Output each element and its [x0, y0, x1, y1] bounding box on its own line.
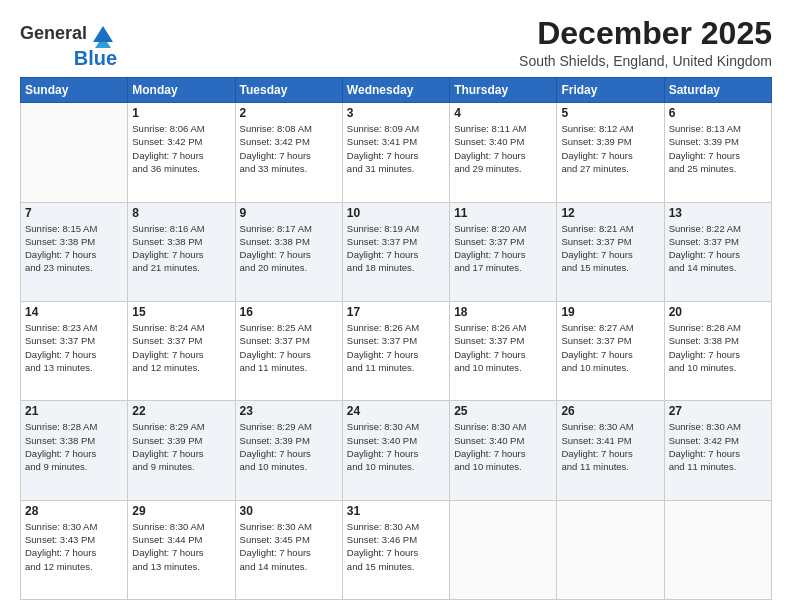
day-info: Sunrise: 8:13 AM Sunset: 3:39 PM Dayligh… — [669, 122, 767, 175]
calendar-day-cell: 6Sunrise: 8:13 AM Sunset: 3:39 PM Daylig… — [664, 103, 771, 202]
day-info: Sunrise: 8:30 AM Sunset: 3:41 PM Dayligh… — [561, 420, 659, 473]
day-info: Sunrise: 8:30 AM Sunset: 3:45 PM Dayligh… — [240, 520, 338, 573]
logo-general: General — [20, 24, 87, 44]
day-number: 7 — [25, 206, 123, 220]
calendar-day-cell: 2Sunrise: 8:08 AM Sunset: 3:42 PM Daylig… — [235, 103, 342, 202]
calendar-day-cell: 18Sunrise: 8:26 AM Sunset: 3:37 PM Dayli… — [450, 301, 557, 400]
day-info: Sunrise: 8:30 AM Sunset: 3:46 PM Dayligh… — [347, 520, 445, 573]
day-info: Sunrise: 8:28 AM Sunset: 3:38 PM Dayligh… — [669, 321, 767, 374]
calendar-day-cell: 12Sunrise: 8:21 AM Sunset: 3:37 PM Dayli… — [557, 202, 664, 301]
day-number: 6 — [669, 106, 767, 120]
calendar-day-cell: 9Sunrise: 8:17 AM Sunset: 3:38 PM Daylig… — [235, 202, 342, 301]
calendar-day-cell: 13Sunrise: 8:22 AM Sunset: 3:37 PM Dayli… — [664, 202, 771, 301]
calendar-week-row: 21Sunrise: 8:28 AM Sunset: 3:38 PM Dayli… — [21, 401, 772, 500]
calendar-day-cell: 21Sunrise: 8:28 AM Sunset: 3:38 PM Dayli… — [21, 401, 128, 500]
calendar-day-cell: 1Sunrise: 8:06 AM Sunset: 3:42 PM Daylig… — [128, 103, 235, 202]
day-info: Sunrise: 8:22 AM Sunset: 3:37 PM Dayligh… — [669, 222, 767, 275]
calendar-week-row: 28Sunrise: 8:30 AM Sunset: 3:43 PM Dayli… — [21, 500, 772, 599]
title-block: December 2025 South Shields, England, Un… — [519, 16, 772, 69]
calendar-header-row: SundayMondayTuesdayWednesdayThursdayFrid… — [21, 78, 772, 103]
day-number: 1 — [132, 106, 230, 120]
day-info: Sunrise: 8:30 AM Sunset: 3:43 PM Dayligh… — [25, 520, 123, 573]
calendar-day-cell: 7Sunrise: 8:15 AM Sunset: 3:38 PM Daylig… — [21, 202, 128, 301]
day-number: 9 — [240, 206, 338, 220]
calendar-day-cell — [664, 500, 771, 599]
weekday-header-wednesday: Wednesday — [342, 78, 449, 103]
calendar-day-cell: 24Sunrise: 8:30 AM Sunset: 3:40 PM Dayli… — [342, 401, 449, 500]
day-info: Sunrise: 8:15 AM Sunset: 3:38 PM Dayligh… — [25, 222, 123, 275]
month-title: December 2025 — [519, 16, 772, 51]
day-number: 10 — [347, 206, 445, 220]
calendar-day-cell — [557, 500, 664, 599]
calendar-day-cell: 28Sunrise: 8:30 AM Sunset: 3:43 PM Dayli… — [21, 500, 128, 599]
calendar-day-cell: 11Sunrise: 8:20 AM Sunset: 3:37 PM Dayli… — [450, 202, 557, 301]
calendar-day-cell — [450, 500, 557, 599]
day-number: 3 — [347, 106, 445, 120]
calendar-week-row: 7Sunrise: 8:15 AM Sunset: 3:38 PM Daylig… — [21, 202, 772, 301]
day-number: 27 — [669, 404, 767, 418]
weekday-header-tuesday: Tuesday — [235, 78, 342, 103]
calendar-day-cell: 27Sunrise: 8:30 AM Sunset: 3:42 PM Dayli… — [664, 401, 771, 500]
logo: General Blue — [20, 20, 117, 68]
day-info: Sunrise: 8:28 AM Sunset: 3:38 PM Dayligh… — [25, 420, 123, 473]
logo-icon — [89, 20, 117, 48]
day-number: 24 — [347, 404, 445, 418]
day-info: Sunrise: 8:06 AM Sunset: 3:42 PM Dayligh… — [132, 122, 230, 175]
logo-blue: Blue — [74, 48, 117, 68]
location-subtitle: South Shields, England, United Kingdom — [519, 53, 772, 69]
day-info: Sunrise: 8:20 AM Sunset: 3:37 PM Dayligh… — [454, 222, 552, 275]
day-info: Sunrise: 8:17 AM Sunset: 3:38 PM Dayligh… — [240, 222, 338, 275]
day-info: Sunrise: 8:24 AM Sunset: 3:37 PM Dayligh… — [132, 321, 230, 374]
day-number: 14 — [25, 305, 123, 319]
calendar-week-row: 14Sunrise: 8:23 AM Sunset: 3:37 PM Dayli… — [21, 301, 772, 400]
calendar-day-cell: 23Sunrise: 8:29 AM Sunset: 3:39 PM Dayli… — [235, 401, 342, 500]
day-info: Sunrise: 8:09 AM Sunset: 3:41 PM Dayligh… — [347, 122, 445, 175]
day-number: 12 — [561, 206, 659, 220]
day-number: 16 — [240, 305, 338, 319]
day-number: 21 — [25, 404, 123, 418]
day-info: Sunrise: 8:30 AM Sunset: 3:44 PM Dayligh… — [132, 520, 230, 573]
calendar-day-cell: 29Sunrise: 8:30 AM Sunset: 3:44 PM Dayli… — [128, 500, 235, 599]
day-number: 13 — [669, 206, 767, 220]
day-number: 23 — [240, 404, 338, 418]
day-number: 11 — [454, 206, 552, 220]
day-number: 30 — [240, 504, 338, 518]
day-info: Sunrise: 8:26 AM Sunset: 3:37 PM Dayligh… — [454, 321, 552, 374]
day-number: 4 — [454, 106, 552, 120]
day-number: 17 — [347, 305, 445, 319]
calendar-day-cell: 5Sunrise: 8:12 AM Sunset: 3:39 PM Daylig… — [557, 103, 664, 202]
day-info: Sunrise: 8:30 AM Sunset: 3:42 PM Dayligh… — [669, 420, 767, 473]
day-number: 31 — [347, 504, 445, 518]
calendar-day-cell: 22Sunrise: 8:29 AM Sunset: 3:39 PM Dayli… — [128, 401, 235, 500]
calendar-day-cell: 30Sunrise: 8:30 AM Sunset: 3:45 PM Dayli… — [235, 500, 342, 599]
header: General Blue December 2025 South Shields… — [20, 16, 772, 69]
calendar-day-cell: 15Sunrise: 8:24 AM Sunset: 3:37 PM Dayli… — [128, 301, 235, 400]
calendar-week-row: 1Sunrise: 8:06 AM Sunset: 3:42 PM Daylig… — [21, 103, 772, 202]
day-info: Sunrise: 8:08 AM Sunset: 3:42 PM Dayligh… — [240, 122, 338, 175]
calendar-day-cell: 16Sunrise: 8:25 AM Sunset: 3:37 PM Dayli… — [235, 301, 342, 400]
calendar-day-cell: 4Sunrise: 8:11 AM Sunset: 3:40 PM Daylig… — [450, 103, 557, 202]
calendar-day-cell: 10Sunrise: 8:19 AM Sunset: 3:37 PM Dayli… — [342, 202, 449, 301]
weekday-header-thursday: Thursday — [450, 78, 557, 103]
day-number: 25 — [454, 404, 552, 418]
day-info: Sunrise: 8:12 AM Sunset: 3:39 PM Dayligh… — [561, 122, 659, 175]
day-info: Sunrise: 8:30 AM Sunset: 3:40 PM Dayligh… — [347, 420, 445, 473]
day-number: 18 — [454, 305, 552, 319]
weekday-header-friday: Friday — [557, 78, 664, 103]
day-info: Sunrise: 8:11 AM Sunset: 3:40 PM Dayligh… — [454, 122, 552, 175]
calendar-day-cell: 3Sunrise: 8:09 AM Sunset: 3:41 PM Daylig… — [342, 103, 449, 202]
page: General Blue December 2025 South Shields… — [0, 0, 792, 612]
day-info: Sunrise: 8:30 AM Sunset: 3:40 PM Dayligh… — [454, 420, 552, 473]
day-info: Sunrise: 8:25 AM Sunset: 3:37 PM Dayligh… — [240, 321, 338, 374]
day-number: 15 — [132, 305, 230, 319]
day-number: 26 — [561, 404, 659, 418]
svg-marker-0 — [93, 26, 113, 42]
day-number: 28 — [25, 504, 123, 518]
calendar-day-cell: 8Sunrise: 8:16 AM Sunset: 3:38 PM Daylig… — [128, 202, 235, 301]
day-number: 2 — [240, 106, 338, 120]
day-info: Sunrise: 8:29 AM Sunset: 3:39 PM Dayligh… — [240, 420, 338, 473]
calendar-table: SundayMondayTuesdayWednesdayThursdayFrid… — [20, 77, 772, 600]
calendar-day-cell: 31Sunrise: 8:30 AM Sunset: 3:46 PM Dayli… — [342, 500, 449, 599]
weekday-header-saturday: Saturday — [664, 78, 771, 103]
calendar-day-cell: 25Sunrise: 8:30 AM Sunset: 3:40 PM Dayli… — [450, 401, 557, 500]
